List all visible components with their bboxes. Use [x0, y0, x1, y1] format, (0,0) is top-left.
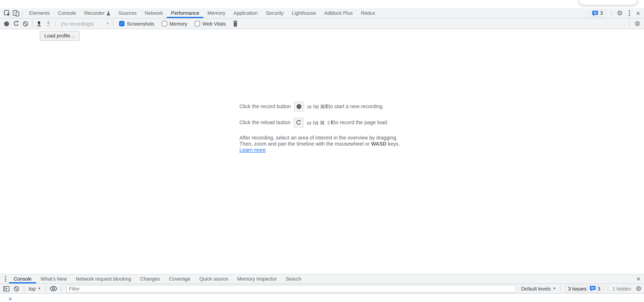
close-drawer-icon[interactable]: ✕	[636, 276, 641, 282]
reload-instruction-post: to record the page load.	[334, 120, 388, 125]
tab-memory[interactable]: Memory	[204, 8, 230, 18]
record-button-inline[interactable]	[294, 102, 304, 112]
titlebar-strip	[0, 0, 644, 8]
drawer-tab-memory-inspector[interactable]: Memory Inspector	[233, 274, 281, 283]
console-messages-area[interactable]: >	[0, 294, 644, 302]
paragraph-text-2: keys.	[388, 141, 400, 147]
tab-sources[interactable]: Sources	[114, 8, 140, 18]
record-button[interactable]	[2, 19, 11, 28]
delete-recording-button[interactable]	[231, 19, 240, 28]
issues-badge-button[interactable]: 3	[590, 10, 606, 17]
checkbox-screenshots[interactable]: ✓Screenshots	[119, 21, 154, 27]
separator	[46, 285, 46, 291]
drawer-tab-what-s-new[interactable]: What's New	[36, 274, 71, 283]
checkbox-web-vitals[interactable]: Web Vitals	[195, 21, 226, 27]
tab-network[interactable]: Network	[141, 8, 167, 18]
tab-recorder[interactable]: Recorder	[80, 8, 114, 18]
console-issues-button[interactable]: 3 Issues: 3	[565, 285, 604, 292]
trash-icon	[233, 21, 238, 27]
flask-icon	[106, 11, 110, 16]
tab-label: Console	[58, 10, 76, 16]
tab-console[interactable]: Console	[54, 8, 80, 18]
console-issues-count: 3	[598, 286, 600, 291]
drawer-tab-search[interactable]: Search	[281, 274, 306, 283]
create-live-expression-button[interactable]	[49, 284, 58, 293]
drawer-tab-quick-source[interactable]: Quick source	[195, 274, 233, 283]
chevron-down-icon: ▼	[553, 287, 556, 290]
capture-settings-gear-icon[interactable]: ⚙	[634, 20, 640, 27]
separator	[560, 285, 560, 291]
load-profile-button[interactable]	[34, 19, 44, 28]
main-tabbar: ElementsConsoleRecorderSourcesNetworkPer…	[0, 8, 644, 19]
tab-label: Memory Inspector	[237, 276, 277, 282]
inspect-element-button[interactable]	[2, 9, 12, 18]
javascript-context-dropdown[interactable]: top ▼	[27, 286, 42, 291]
tab-label: Network	[145, 10, 163, 16]
tab-lighthouse[interactable]: Lighthouse	[288, 8, 320, 18]
reload-button-inline[interactable]	[294, 118, 304, 128]
tab-label: Coverage	[169, 276, 190, 282]
after-recording-paragraph: After recording, select an area of inter…	[240, 135, 405, 154]
tab-label: Network request blocking	[76, 276, 131, 282]
drawer-tab-network-request-blocking[interactable]: Network request blocking	[71, 274, 136, 283]
performance-panel-content: Load profile… Click the record button or…	[0, 29, 644, 274]
checkbox-label: Memory	[170, 21, 187, 27]
tab-label: Application	[234, 10, 258, 16]
show-console-sidebar-button[interactable]	[2, 284, 10, 293]
tab-application[interactable]: Application	[230, 8, 262, 18]
record-icon	[296, 104, 301, 109]
main-tabbar-left-icons	[0, 8, 25, 18]
checkbox-label: Screenshots	[127, 21, 154, 27]
separator	[611, 10, 612, 16]
recordings-dropdown[interactable]: (no recordings) ▼	[58, 19, 111, 28]
console-settings-gear-icon[interactable]: ⚙	[636, 285, 642, 292]
drawer-close-container: ✕	[636, 274, 641, 283]
devtools-window: ElementsConsoleRecorderSourcesNetworkPer…	[0, 0, 644, 302]
clear-console-button[interactable]	[12, 284, 21, 293]
tab-label: Performance	[171, 10, 199, 16]
checkbox-unchecked-icon[interactable]	[162, 21, 167, 27]
load-profile-tooltip: Load profile…	[40, 31, 80, 41]
drawer-tab-coverage[interactable]: Coverage	[164, 274, 195, 283]
save-profile-button[interactable]	[44, 19, 53, 28]
tab-redux[interactable]: Redux	[357, 8, 379, 18]
tab-performance[interactable]: Performance	[167, 8, 204, 18]
drawer-menu-icon[interactable]	[2, 275, 8, 283]
learn-more-link[interactable]: Learn more	[240, 147, 266, 153]
reload-icon	[13, 21, 19, 27]
reload-instruction-mid: or hit ⌘ ⇧	[307, 119, 330, 126]
checkbox-unchecked-icon[interactable]	[195, 21, 200, 27]
console-filter-input[interactable]	[66, 285, 516, 292]
perf-toolbar-right: ⚙	[628, 20, 642, 27]
separator	[60, 285, 61, 291]
reload-shortcut-key: E	[330, 120, 334, 125]
tab-label: Recorder	[84, 10, 104, 16]
checkbox-memory[interactable]: Memory	[162, 21, 188, 27]
separator	[55, 21, 55, 27]
main-tabbar-right: 3 ⚙ ✕	[590, 8, 644, 18]
clear-recordings-button[interactable]	[21, 19, 30, 28]
issues-count: 3	[600, 10, 603, 16]
tab-label: Adblock Plus	[324, 10, 353, 16]
main-tabbar-tabs: ElementsConsoleRecorderSourcesNetworkPer…	[25, 8, 379, 18]
recordings-dropdown-value: (no recordings)	[61, 21, 94, 27]
device-toolbar-button[interactable]	[12, 9, 20, 18]
checkbox-label: Web Vitals	[202, 21, 226, 27]
tab-label: Search	[286, 276, 301, 282]
log-levels-dropdown[interactable]: Default levels ▼	[521, 286, 556, 291]
console-prompt-chevron[interactable]: >	[8, 296, 12, 302]
settings-gear-icon[interactable]: ⚙	[617, 10, 623, 17]
tab-label: What's New	[40, 276, 67, 282]
drawer-tab-console[interactable]: Console	[9, 274, 36, 283]
more-options-menu-icon[interactable]	[626, 9, 632, 17]
tab-elements[interactable]: Elements	[25, 8, 54, 18]
reload-and-record-button[interactable]	[12, 19, 20, 28]
reload-instruction-row: Click the reload button or hit ⌘ ⇧ E to …	[240, 118, 405, 128]
tab-security[interactable]: Security	[262, 8, 288, 18]
drawer-tab-changes[interactable]: Changes	[136, 274, 164, 283]
close-devtools-icon[interactable]: ✕	[636, 11, 640, 16]
tab-adblock-plus[interactable]: Adblock Plus	[320, 8, 357, 18]
checkbox-checked-icon[interactable]: ✓	[119, 21, 124, 27]
eye-icon	[50, 286, 57, 291]
tab-label: Elements	[29, 10, 50, 16]
